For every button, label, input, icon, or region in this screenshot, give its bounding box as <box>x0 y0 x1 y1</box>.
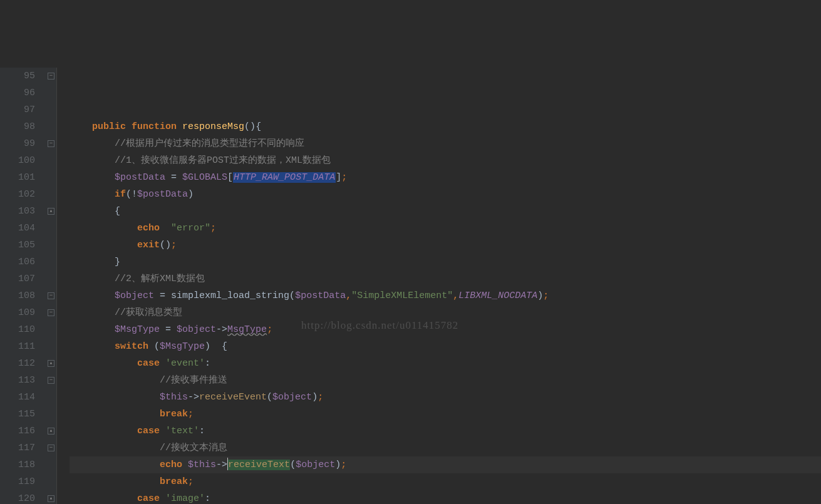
line-number: 97 <box>0 101 35 118</box>
code-line[interactable]: //根据用户传过来的消息类型进行不同的响应 <box>70 135 821 152</box>
line-number: 99 <box>0 135 35 152</box>
code-line[interactable]: //1、接收微信服务器POST过来的数据，XML数据包 <box>70 152 821 169</box>
line-number: 116 <box>0 423 35 440</box>
line-number: 112 <box>0 355 35 372</box>
code-line[interactable]: $MsgType = $object->MsgType; <box>70 321 821 338</box>
code-line[interactable]: $this->receiveEvent($object); <box>70 389 821 406</box>
fold-end-icon[interactable]: ▴ <box>48 495 54 502</box>
code-line[interactable]: exit(); <box>70 237 821 254</box>
line-number: 101 <box>0 169 35 186</box>
code-line[interactable]: switch ($MsgType) { <box>70 338 821 355</box>
line-number: 115 <box>0 406 35 423</box>
code-line[interactable]: //接收事件推送 <box>70 372 821 389</box>
line-number: 117 <box>0 440 35 456</box>
line-number: 98 <box>0 118 35 135</box>
code-line[interactable]: $object = simplexml_load_string($postDat… <box>70 287 821 304</box>
code-area[interactable]: http://blog.csdn.net/u011415782 public f… <box>57 68 821 504</box>
line-number: 114 <box>0 389 35 406</box>
fold-toggle-icon[interactable]: − <box>48 73 54 80</box>
line-number: 96 <box>0 85 35 101</box>
line-number: 104 <box>0 220 35 237</box>
line-number: 120 <box>0 490 35 504</box>
code-line[interactable]: break; <box>70 473 821 490</box>
code-line[interactable]: echo "error"; <box>70 220 821 237</box>
line-number: 110 <box>0 321 35 338</box>
code-line[interactable]: if(!$postData) <box>70 186 821 203</box>
fold-end-icon[interactable]: ▴ <box>48 360 54 367</box>
line-number: 106 <box>0 254 35 270</box>
fold-toggle-icon[interactable]: − <box>48 377 54 384</box>
code-line[interactable]: public function responseMsg(){ <box>70 118 821 135</box>
line-number: 113 <box>0 372 35 389</box>
line-number: 105 <box>0 237 35 254</box>
code-line[interactable]: } <box>70 254 821 270</box>
line-number: 111 <box>0 338 35 355</box>
code-line[interactable]: //2、解析XML数据包 <box>70 270 821 287</box>
line-number: 102 <box>0 186 35 203</box>
fold-toggle-icon[interactable]: − <box>48 292 54 299</box>
code-line[interactable]: case 'text': <box>70 423 821 440</box>
fold-end-icon[interactable]: ▴ <box>48 208 54 215</box>
line-number: 118 <box>0 456 35 473</box>
line-number: 107 <box>0 270 35 287</box>
code-line[interactable]: //接收文本消息 <box>70 440 821 456</box>
fold-toggle-icon[interactable]: − <box>48 445 54 451</box>
code-line[interactable]: //获取消息类型 <box>70 304 821 321</box>
line-number: 109 <box>0 304 35 321</box>
fold-toggle-icon[interactable]: − <box>48 309 54 316</box>
code-line[interactable]: case 'event': <box>70 355 821 372</box>
line-number: 95 <box>0 68 35 85</box>
fold-toggle-icon[interactable]: − <box>48 140 54 147</box>
code-line[interactable]: break; <box>70 406 821 423</box>
fold-column[interactable]: −−▴−−▴−▴−▴− <box>46 68 56 504</box>
fold-end-icon[interactable]: ▴ <box>48 428 54 435</box>
code-line[interactable]: echo $this->receiveText($object); <box>70 456 821 473</box>
code-line[interactable]: $postData = $GLOBALS[HTTP_RAW_POST_DATA]… <box>70 169 821 186</box>
code-editor[interactable]: 9596979899100101102103104105106107108109… <box>0 68 821 504</box>
line-number-gutter: 9596979899100101102103104105106107108109… <box>0 68 46 504</box>
line-number: 119 <box>0 473 35 490</box>
code-line[interactable]: { <box>70 203 821 220</box>
line-number: 100 <box>0 152 35 169</box>
line-number: 103 <box>0 203 35 220</box>
code-line[interactable]: case 'image': <box>70 490 821 504</box>
line-number: 108 <box>0 287 35 304</box>
